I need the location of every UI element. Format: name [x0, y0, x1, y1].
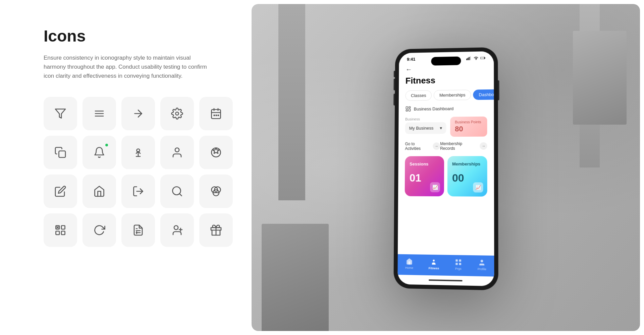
home-icon[interactable] — [83, 175, 116, 208]
menu-icon[interactable] — [83, 97, 116, 130]
svg-rect-25 — [56, 231, 60, 235]
concrete-block-left — [262, 224, 329, 331]
svg-rect-6 — [212, 110, 221, 119]
coins-icon[interactable] — [199, 175, 233, 208]
svg-point-55 — [481, 260, 483, 262]
nav-fitness-label: Fitness — [429, 266, 439, 270]
document-icon[interactable] — [121, 213, 155, 247]
tab-memberships[interactable]: Memberships — [434, 90, 471, 100]
home-indicator — [397, 275, 494, 286]
svg-point-15 — [175, 148, 179, 152]
battery-icon — [480, 56, 486, 60]
back-button[interactable]: ← — [406, 64, 487, 73]
bottom-nav: Home Fitness — [397, 254, 494, 277]
app-tabs: Classes Memberships Dashboard — [405, 89, 487, 101]
svg-point-32 — [174, 225, 178, 229]
status-time: 9:41 — [407, 57, 415, 62]
svg-rect-10 — [214, 115, 215, 116]
svg-rect-12 — [218, 115, 219, 116]
home-nav-icon — [406, 258, 413, 265]
points-label: Business Points — [455, 120, 482, 124]
nav-home[interactable]: Home — [405, 258, 413, 270]
grid-icon[interactable] — [44, 213, 77, 247]
stats-row: Sessions 01 📈 Memberships 00 📈 — [405, 156, 487, 197]
svg-rect-52 — [459, 259, 461, 262]
nav-profile-label: Profile — [478, 267, 486, 271]
memberships-label: Memberships — [452, 161, 482, 166]
svg-rect-44 — [481, 57, 484, 59]
profile-nav-icon — [478, 259, 486, 266]
membership-records-arrow-icon: → — [480, 142, 487, 150]
svg-rect-11 — [216, 115, 217, 116]
phone-screen: 9:41 — [397, 51, 494, 286]
wifi-icon — [473, 56, 479, 60]
business-value: My Business — [409, 126, 434, 131]
tab-dashboard[interactable]: Dashboard — [473, 89, 494, 100]
calendar-icon[interactable] — [199, 97, 233, 130]
notification-icon[interactable] — [83, 136, 116, 169]
dashboard-title: Business Dashboard — [414, 106, 454, 111]
section-description: Ensure consistency in iconography style … — [44, 53, 208, 81]
filter-icon[interactable] — [44, 97, 77, 130]
sessions-card[interactable]: Sessions 01 📈 — [405, 156, 444, 196]
fitness-nav-icon — [430, 258, 437, 266]
svg-rect-13 — [59, 151, 66, 157]
search-icon[interactable] — [160, 175, 194, 208]
nav-profile[interactable]: Profile — [478, 259, 486, 271]
svg-line-19 — [179, 194, 182, 196]
left-panel: Icons Ensure consistency in iconography … — [0, 0, 252, 335]
svg-point-50 — [433, 260, 435, 262]
go-activities-link[interactable]: Go to Activities → — [405, 141, 440, 151]
phone-power-button — [498, 80, 499, 100]
svg-point-41 — [476, 59, 476, 60]
membership-records-link[interactable]: Membership Records → — [440, 141, 487, 151]
settings-icon[interactable] — [160, 97, 194, 130]
svg-rect-46 — [406, 107, 408, 109]
svg-rect-47 — [409, 107, 411, 108]
arrow-right-icon[interactable] — [121, 97, 155, 130]
business-row: Business My Business ▾ Business Points 8… — [405, 117, 487, 137]
svg-point-5 — [176, 112, 179, 115]
links-row: Go to Activities → Membership Records → — [405, 141, 487, 151]
notification-dot — [105, 143, 109, 147]
svg-rect-53 — [455, 263, 458, 265]
copy-icon[interactable] — [44, 136, 77, 169]
activity-icon[interactable] — [121, 136, 155, 169]
svg-rect-48 — [409, 109, 410, 111]
nav-progress[interactable]: Prgs — [454, 258, 462, 270]
nav-fitness[interactable]: Fitness — [429, 258, 439, 270]
concrete-decoration-1 — [278, 4, 305, 200]
app-content: ← Fitness Classes Memberships Dashboard — [398, 60, 494, 256]
person-add-icon[interactable] — [160, 213, 194, 247]
dashboard-icon — [405, 106, 411, 112]
home-bar — [429, 279, 463, 281]
nav-progress-label: Prgs — [455, 267, 462, 271]
refresh-icon[interactable] — [83, 213, 116, 247]
icons-grid — [44, 97, 231, 247]
svg-marker-0 — [55, 109, 65, 118]
go-activities-arrow-icon: → — [433, 142, 440, 150]
business-select[interactable]: Business My Business ▾ — [405, 117, 446, 134]
dropdown-chevron-icon: ▾ — [440, 126, 442, 131]
gift-icon[interactable] — [199, 213, 233, 247]
svg-rect-49 — [406, 110, 408, 111]
dynamic-island — [431, 57, 461, 66]
user-icon[interactable] — [160, 136, 194, 169]
phone-volume-down — [393, 94, 395, 106]
go-activities-label: Go to Activities — [405, 141, 431, 151]
svg-rect-37 — [466, 58, 467, 60]
business-dropdown[interactable]: My Business ▾ — [405, 122, 446, 134]
tab-classes[interactable]: Classes — [405, 90, 432, 100]
membership-records-label: Membership Records — [440, 141, 478, 151]
edit-icon[interactable] — [44, 175, 77, 208]
concrete-block-right — [573, 31, 627, 125]
soccer-icon[interactable] — [199, 136, 233, 169]
logout-icon[interactable] — [121, 175, 155, 208]
business-points-card: Business Points 80 — [450, 117, 487, 137]
svg-rect-54 — [459, 263, 461, 265]
svg-rect-24 — [61, 225, 65, 229]
right-panel: 9:41 — [252, 4, 640, 331]
phone-volume-up — [393, 79, 395, 90]
status-icons — [466, 56, 486, 60]
memberships-card[interactable]: Memberships 00 📈 — [447, 156, 487, 197]
